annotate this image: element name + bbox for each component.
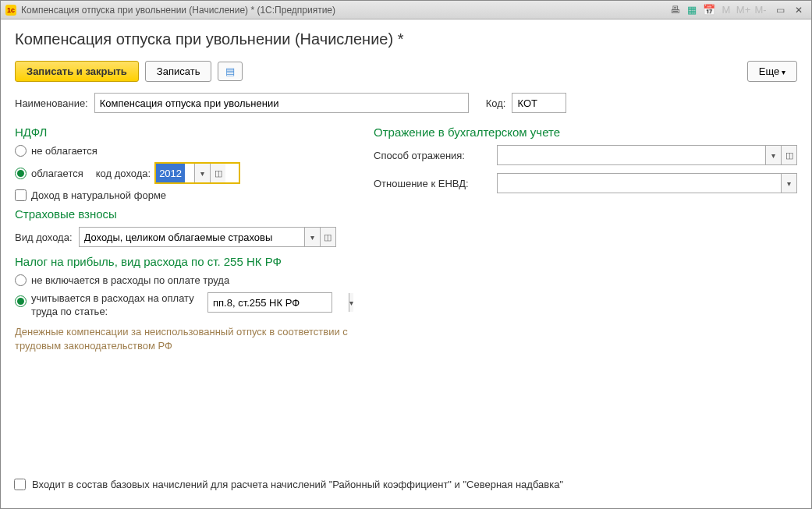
income-type-input[interactable]: [80, 228, 304, 246]
dropdown-icon[interactable]: ▾: [194, 164, 210, 182]
envd-label: Отношение к ЕНВД:: [374, 178, 491, 189]
profit-tax-note: Денежные компенсации за неиспользованный…: [15, 325, 350, 353]
income-code-input[interactable]: [185, 164, 194, 182]
expand-icon[interactable]: ◫: [210, 164, 225, 182]
pt-not-included-label: не включается в расходы по оплате труда: [31, 274, 229, 286]
income-code-label: код дохода:: [96, 168, 151, 179]
name-label: Наименование:: [15, 97, 88, 109]
accounting-heading: Отражение в бухгалтерском учете: [374, 125, 797, 139]
natural-form-checkbox[interactable]: [15, 189, 27, 201]
pt-not-included-radio[interactable]: [15, 274, 27, 286]
app-logo-icon: 1c: [5, 5, 16, 16]
dropdown-icon[interactable]: ▾: [781, 174, 796, 193]
more-button[interactable]: Еще: [747, 61, 797, 82]
footer-row: Входит в состав базовых начислений для р…: [14, 479, 563, 490]
code-input[interactable]: [512, 93, 566, 113]
save-button[interactable]: Записать: [145, 61, 212, 82]
code-label: Код:: [486, 97, 506, 109]
base-accrual-checkbox[interactable]: [14, 479, 26, 490]
expand-icon[interactable]: ◫: [781, 146, 796, 164]
m-minus-icon: M-: [753, 3, 768, 17]
income-type-label: Вид дохода:: [15, 232, 73, 243]
m-icon-1: M: [719, 3, 733, 17]
dropdown-icon[interactable]: ▾: [765, 146, 781, 164]
ndfl-not-taxed-label: не облагается: [31, 145, 98, 157]
dropdown-icon[interactable]: ▾: [304, 228, 320, 246]
report-button[interactable]: ▤: [218, 62, 243, 81]
print-icon[interactable]: 🖶: [668, 3, 682, 17]
window-title: Компенсация отпуска при увольнении (Начи…: [21, 5, 335, 16]
page-title: Компенсация отпуска при увольнении (Начи…: [15, 30, 797, 48]
toolbar: Записать и закрыть Записать ▤ Еще: [15, 61, 797, 82]
pt-included-radio[interactable]: [15, 295, 27, 307]
method-label: Способ отражения:: [374, 150, 491, 161]
pt-article-input[interactable]: [208, 293, 349, 312]
method-input[interactable]: [498, 146, 765, 164]
calculator-icon[interactable]: ▦: [685, 3, 699, 17]
ndfl-taxed-radio[interactable]: [15, 168, 27, 179]
dropdown-icon[interactable]: ▾: [349, 293, 353, 312]
window-close-icon[interactable]: ✕: [791, 4, 807, 16]
ndfl-not-taxed-radio[interactable]: [15, 145, 27, 157]
natural-form-label: Доход в натуральной форме: [31, 189, 166, 201]
insurance-heading: Страховые взносы: [15, 207, 350, 221]
pt-included-label: учитывается в расходах на оплату труда п…: [31, 292, 203, 319]
m-plus-icon: M+: [736, 3, 750, 17]
envd-input[interactable]: [498, 174, 781, 193]
income-code-combo[interactable]: 2012 ▾ ◫: [155, 163, 239, 183]
window-minimize-icon[interactable]: ▭: [772, 4, 788, 16]
ndfl-taxed-label: облагается: [31, 168, 83, 179]
base-accrual-label: Входит в состав базовых начислений для р…: [32, 479, 563, 490]
calendar-icon[interactable]: 📅: [702, 3, 716, 17]
envd-combo[interactable]: ▾: [497, 173, 797, 193]
method-combo[interactable]: ▾ ◫: [497, 145, 797, 165]
ndfl-heading: НДФЛ: [15, 125, 350, 139]
pt-article-combo[interactable]: ▾: [207, 292, 332, 313]
income-code-value: 2012: [156, 164, 185, 182]
save-and-close-button[interactable]: Записать и закрыть: [15, 61, 139, 82]
document-icon: ▤: [225, 65, 235, 77]
profit-tax-heading: Налог на прибыль, вид расхода по ст. 255…: [15, 255, 350, 268]
expand-icon[interactable]: ◫: [320, 228, 335, 246]
income-type-combo[interactable]: ▾ ◫: [79, 227, 336, 247]
titlebar: 1c Компенсация отпуска при увольнении (Н…: [1, 1, 811, 19]
name-input[interactable]: [94, 93, 469, 113]
